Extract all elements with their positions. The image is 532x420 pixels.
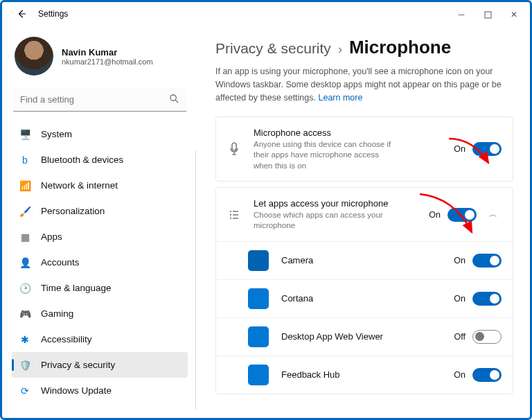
app-name: Camera: [281, 255, 454, 265]
avatar: [15, 37, 53, 76]
search-input[interactable]: [13, 88, 186, 112]
personalization-icon: 🖌️: [19, 205, 31, 218]
breadcrumb-parent[interactable]: Privacy & security: [215, 40, 331, 57]
sidebar-item-bluetooth[interactable]: bBluetooth & devices: [12, 147, 188, 173]
minimize-button[interactable]: ─: [448, 5, 475, 24]
sidebar-item-gaming[interactable]: 🎮Gaming: [12, 301, 188, 326]
svg-point-3: [230, 211, 231, 212]
app-row: Desktop App Web ViewerOff: [216, 317, 513, 356]
list-icon: [227, 209, 241, 220]
svg-point-4: [230, 214, 231, 216]
gaming-icon: 🎮: [19, 308, 31, 320]
sidebar-item-label: System: [41, 129, 72, 139]
app-row: Feedback HubOn: [216, 356, 513, 394]
mic-access-toggle[interactable]: [472, 142, 502, 156]
sidebar-item-label: Accessibility: [41, 334, 92, 344]
app-toggle-state: Off: [454, 332, 466, 342]
app-name: Cortana: [281, 293, 454, 304]
breadcrumb: Privacy & security › Microphone: [215, 37, 513, 58]
user-email: nkumar2171@hotmail.com: [62, 58, 153, 66]
sidebar-item-privacy[interactable]: 🛡️Privacy & security: [12, 352, 188, 378]
maximize-button[interactable]: [475, 5, 501, 24]
user-name: Navin Kumar: [62, 47, 153, 58]
sidebar-item-label: Personalization: [41, 206, 105, 216]
user-profile[interactable]: Navin Kumar nkumar2171@hotmail.com: [12, 31, 188, 85]
bluetooth-icon: b: [19, 154, 31, 166]
sidebar-item-label: Gaming: [41, 308, 73, 319]
mic-access-card: Microphone access Anyone using this devi…: [215, 116, 513, 182]
app-icon: [248, 326, 269, 347]
apps-access-card: Let apps access your microphone Choose w…: [215, 187, 513, 394]
app-icon: [248, 250, 269, 271]
sidebar-item-apps[interactable]: ▦Apps: [12, 224, 188, 250]
apps-access-toggle[interactable]: [447, 208, 477, 222]
app-icon: [248, 365, 269, 385]
app-toggle-state: On: [454, 370, 466, 380]
sidebar-item-accessibility[interactable]: ✱Accessibility: [12, 326, 188, 352]
app-toggle[interactable]: [472, 368, 502, 382]
network-icon: 📶: [19, 180, 31, 192]
sidebar-item-label: Bluetooth & devices: [41, 155, 123, 165]
mic-access-title: Microphone access: [254, 127, 454, 139]
privacy-icon: 🛡️: [19, 359, 31, 371]
app-icon: [248, 288, 269, 309]
sidebar-item-system[interactable]: 🖥️System: [12, 121, 188, 147]
sidebar-item-label: Apps: [41, 231, 62, 242]
app-name: Feedback Hub: [281, 369, 454, 380]
sidebar-item-update[interactable]: ⟳Windows Update: [12, 378, 188, 403]
sidebar-item-label: Privacy & security: [41, 360, 115, 370]
svg-point-5: [230, 218, 231, 219]
mic-access-state: On: [454, 144, 466, 154]
app-row: CortanaOn: [216, 279, 513, 317]
sidebar-item-label: Accounts: [41, 257, 80, 268]
time-icon: 🕑: [19, 282, 31, 295]
chevron-up-icon[interactable]: ︿: [485, 209, 502, 220]
app-name: Desktop App Web Viewer: [281, 331, 454, 342]
svg-rect-2: [232, 143, 236, 150]
apps-access-sub: Choose which apps can access your microp…: [254, 210, 399, 231]
back-button[interactable]: [15, 7, 28, 21]
mic-access-sub: Anyone using this device can choose if t…: [254, 139, 399, 172]
app-toggle[interactable]: [472, 292, 502, 306]
svg-point-1: [170, 95, 176, 100]
update-icon: ⟳: [19, 385, 31, 397]
system-icon: 🖥️: [19, 128, 31, 141]
app-toggle-state: On: [454, 256, 466, 265]
sidebar-item-label: Network & internet: [41, 180, 118, 191]
app-row: CameraOn: [216, 241, 513, 279]
sidebar-item-label: Windows Update: [41, 385, 112, 396]
svg-rect-0: [485, 12, 491, 18]
sidebar-item-network[interactable]: 📶Network & internet: [12, 173, 188, 198]
nav-list: 🖥️SystembBluetooth & devices📶Network & i…: [12, 121, 188, 418]
page-title: Microphone: [349, 37, 451, 58]
window-title: Settings: [38, 9, 68, 19]
accessibility-icon: ✱: [19, 333, 31, 346]
apps-icon: ▦: [19, 231, 31, 243]
accounts-icon: 👤: [19, 256, 31, 269]
search-icon: [169, 94, 179, 107]
microphone-icon: [227, 142, 241, 156]
apps-access-title: Let apps access your microphone: [254, 198, 429, 210]
sidebar-item-personalization[interactable]: 🖌️Personalization: [12, 198, 188, 224]
app-toggle-state: On: [454, 294, 466, 304]
learn-more-link[interactable]: Learn more: [318, 93, 362, 103]
page-description: If an app is using your microphone, you'…: [215, 65, 513, 104]
app-toggle[interactable]: [472, 330, 502, 344]
chevron-right-icon: ›: [338, 42, 342, 57]
apps-access-state: On: [429, 210, 441, 220]
sidebar-divider: [195, 150, 196, 410]
search-container: [13, 88, 186, 112]
sidebar-item-time[interactable]: 🕑Time & language: [12, 275, 188, 301]
close-button[interactable]: ✕: [501, 5, 527, 24]
sidebar-item-accounts[interactable]: 👤Accounts: [12, 250, 188, 275]
sidebar-item-label: Time & language: [41, 283, 112, 293]
app-toggle[interactable]: [472, 254, 502, 268]
